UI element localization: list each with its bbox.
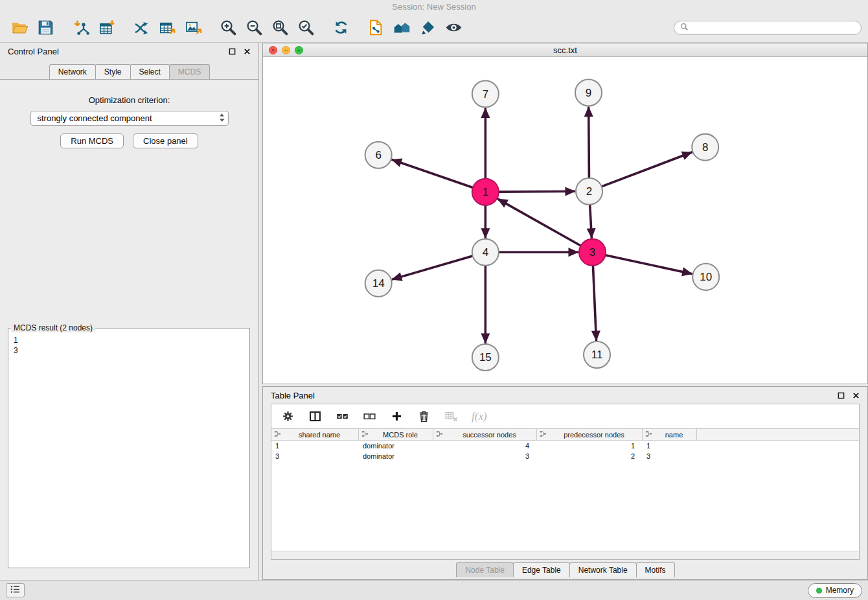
table-row[interactable]: 1dominator411 [271, 441, 859, 451]
table-row[interactable]: 3dominator323 [271, 451, 859, 461]
table-header-row: shared nameMCDS rolesuccessor nodesprede… [271, 428, 859, 441]
export-network-icon[interactable] [128, 16, 154, 40]
save-session-icon[interactable] [32, 16, 58, 40]
delete-table-icon [444, 410, 458, 423]
network-graph[interactable]: 7968124314101511 [263, 57, 867, 384]
svg-text:1: 1 [483, 187, 488, 199]
zoom-fit-icon[interactable] [267, 16, 293, 40]
close-table-panel-icon[interactable] [852, 392, 860, 399]
graph-node-4[interactable]: 4 [472, 239, 499, 266]
table-toolbar: f(x) [271, 404, 859, 428]
run-mcds-button[interactable]: Run MCDS [60, 133, 124, 148]
search-icon [680, 22, 689, 34]
graph-edge-3-11[interactable] [593, 266, 596, 341]
table-panel-header: Table Panel [263, 387, 867, 404]
graph-node-6[interactable]: 6 [365, 142, 392, 168]
graph-edge-2-3[interactable] [590, 205, 592, 238]
memory-button[interactable]: Memory [808, 583, 862, 598]
column-header-shared-name[interactable]: shared name [271, 429, 359, 440]
tab-mcds[interactable]: MCDS [169, 64, 210, 79]
deselect-all-columns-icon[interactable] [363, 410, 376, 423]
status-bar: Memory [0, 580, 868, 600]
zoom-in-icon[interactable] [215, 16, 241, 40]
close-panel-icon[interactable] [244, 48, 251, 55]
svg-text:2: 2 [586, 186, 592, 198]
close-panel-button[interactable]: Close panel [133, 133, 198, 148]
zoom-selected-icon[interactable] [293, 16, 319, 40]
graph-edge-3-10[interactable] [606, 255, 692, 274]
table-settings-icon[interactable] [281, 410, 295, 423]
table-scrollbar[interactable] [271, 551, 859, 559]
main-toolbar [0, 13, 868, 43]
open-session-icon[interactable] [6, 16, 32, 40]
tab-network-table[interactable]: Network Table [569, 562, 637, 577]
export-image-icon[interactable] [180, 16, 206, 40]
zoom-out-icon[interactable] [241, 16, 267, 40]
export-table-icon[interactable] [154, 16, 180, 40]
columns-icon[interactable] [308, 410, 322, 423]
tab-network[interactable]: Network [49, 64, 96, 79]
table-cell: 2 [537, 452, 643, 460]
graph-edge-4-14[interactable] [392, 256, 473, 279]
style-brush-icon[interactable] [415, 16, 440, 40]
graph-edge-1-6[interactable] [392, 160, 473, 188]
show-details-icon[interactable] [440, 16, 466, 40]
select-all-columns-icon[interactable] [336, 410, 349, 423]
tab-edge-table[interactable]: Edge Table [513, 562, 570, 577]
mcds-result-text[interactable]: 13 [10, 334, 248, 357]
import-network-icon[interactable] [67, 16, 93, 40]
tab-node-table[interactable]: Node Table [456, 562, 514, 577]
snapshot-icon[interactable] [363, 16, 389, 40]
import-table-icon[interactable] [93, 16, 119, 40]
graph-node-3[interactable]: 3 [579, 239, 606, 266]
result-line: 3 [14, 345, 244, 356]
minimize-window-button[interactable] [282, 46, 290, 54]
graph-node-2[interactable]: 2 [576, 178, 602, 205]
svg-text:10: 10 [700, 271, 712, 284]
table-cell: 1 [643, 442, 697, 450]
app-window: Session: New Session Control Panel [0, 0, 868, 600]
zoom-window-button[interactable] [295, 46, 303, 54]
graph-node-9[interactable]: 9 [575, 80, 602, 106]
delete-column-icon[interactable] [417, 410, 431, 423]
tab-style[interactable]: Style [95, 64, 131, 79]
table-cell: 1 [537, 442, 643, 450]
svg-text:9: 9 [586, 87, 591, 100]
column-header-mcds-role[interactable]: MCDS role [359, 429, 433, 440]
graph-edge-3-1[interactable] [497, 199, 581, 246]
criterion-dropdown[interactable]: strongly connected component [30, 111, 229, 126]
close-window-button[interactable] [269, 46, 277, 54]
column-header-name[interactable]: name [643, 429, 697, 440]
add-column-icon[interactable] [390, 410, 404, 423]
graph-node-10[interactable]: 10 [692, 264, 719, 290]
graph-node-14[interactable]: 14 [365, 270, 392, 297]
panel-list-button[interactable] [6, 583, 25, 597]
refresh-icon[interactable] [328, 16, 354, 40]
graph-edge-1-2[interactable] [499, 192, 575, 192]
graph-edge-2-8[interactable] [602, 152, 692, 187]
column-header-label: successor nodes [445, 431, 534, 439]
graph-node-1[interactable]: 1 [472, 179, 499, 205]
column-header-successor-nodes[interactable]: successor nodes [433, 429, 537, 440]
graph-edge-2-9[interactable] [589, 107, 589, 178]
tab-motifs[interactable]: Motifs [636, 562, 675, 577]
graph-node-8[interactable]: 8 [692, 134, 718, 161]
svg-text:15: 15 [479, 352, 492, 364]
column-header-predecessor-nodes[interactable]: predecessor nodes [537, 429, 643, 440]
sort-icon [645, 430, 652, 439]
table-empty-area [271, 461, 859, 551]
graph-node-11[interactable]: 11 [584, 341, 610, 368]
float-table-panel-icon[interactable] [838, 392, 845, 399]
main-toolbar-groups [6, 16, 475, 40]
first-neighbors-icon[interactable] [389, 16, 415, 40]
dropdown-stepper-icon [219, 113, 225, 124]
search-input[interactable] [692, 23, 855, 33]
graph-node-7[interactable]: 7 [472, 81, 499, 108]
graph-node-15[interactable]: 15 [472, 344, 499, 371]
search-box[interactable] [674, 21, 862, 35]
tab-select[interactable]: Select [130, 64, 170, 79]
network-canvas[interactable]: 7968124314101511 [263, 57, 867, 384]
window-title: Session: New Session [392, 2, 475, 12]
float-panel-icon[interactable] [229, 48, 236, 55]
toolbar-group [67, 16, 119, 40]
